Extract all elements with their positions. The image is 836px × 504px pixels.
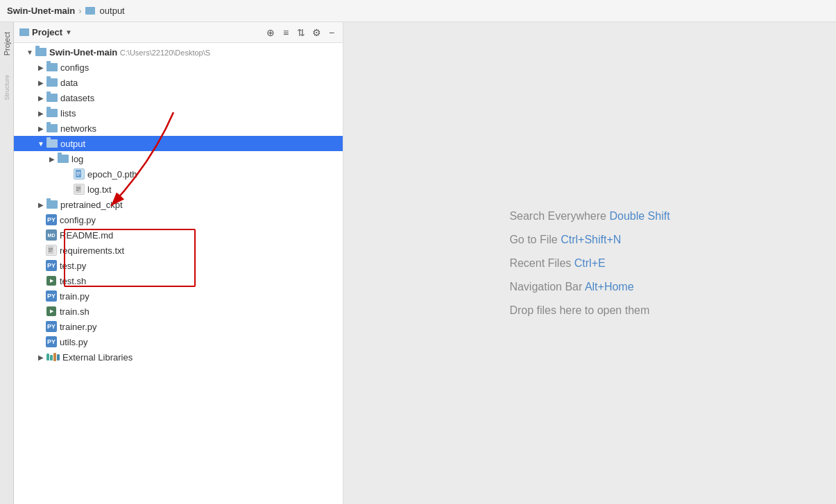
- tree-item-test-sh[interactable]: test.sh: [14, 273, 343, 288]
- root-chevron: ▼: [25, 47, 35, 57]
- output-label: output: [60, 139, 85, 149]
- tree-item-utils-py[interactable]: PY utils.py: [14, 334, 343, 349]
- readme-md-icon: MD: [46, 229, 57, 241]
- tree-item-data[interactable]: ▶ data: [14, 75, 343, 90]
- train-sh-label: train.sh: [60, 306, 89, 317]
- tree-item-output[interactable]: ▼ output: [14, 136, 343, 151]
- shortcut-drop: Drop files here to open them: [509, 304, 669, 317]
- extlib-chevron: ▶: [36, 352, 46, 362]
- log-txt-label: log.txt: [87, 184, 112, 195]
- svg-rect-10: [49, 250, 53, 250]
- tree-item-train-sh[interactable]: train.sh: [14, 304, 343, 319]
- train-py-label: train.py: [60, 291, 89, 302]
- epoch-pth-icon: [74, 168, 85, 180]
- svg-rect-1: [76, 172, 80, 173]
- tree-item-train-py[interactable]: PY train.py: [14, 288, 343, 304]
- config-py-label: config.py: [60, 215, 96, 225]
- recent-label: Recent Files: [509, 257, 571, 269]
- tab-project[interactable]: Project: [1, 29, 12, 58]
- breadcrumb-separator: ›: [78, 6, 81, 16]
- extlib-label: External Libraries: [62, 352, 133, 363]
- navbar-key: Alt+Home: [585, 281, 634, 293]
- epoch-pth-label: epoch_0.pth: [87, 169, 137, 180]
- tree-item-datasets[interactable]: ▶ datasets: [14, 90, 343, 105]
- utils-py-label: utils.py: [60, 337, 87, 347]
- log-txt-icon: [74, 184, 85, 195]
- configs-folder-icon: [46, 63, 58, 71]
- test-py-icon: PY: [46, 260, 57, 271]
- tree-item-config-py[interactable]: PY config.py: [14, 212, 343, 227]
- recent-key: Ctrl+E: [574, 257, 606, 269]
- output-folder-icon: [46, 139, 58, 148]
- trainer-py-label: trainer.py: [60, 322, 96, 332]
- data-chevron: ▶: [36, 78, 46, 87]
- utils-py-icon: PY: [46, 336, 57, 347]
- data-label: data: [60, 78, 78, 88]
- root-label: Swin-Unet-main C:\Users\22120\Desktop\S: [49, 47, 210, 58]
- search-key: Double Shift: [609, 210, 669, 222]
- header-icons: ⊕ ≡ ⇅ ⚙ −: [265, 27, 337, 38]
- tree-item-pretrained[interactable]: ▶ pretrained_ckpt: [14, 197, 343, 212]
- sidebar-dropdown-arrow[interactable]: ▼: [65, 28, 72, 36]
- main-area: Project Structure Project ▼ ⊕ ≡ ⇅ ⚙ − ▼: [0, 22, 836, 504]
- train-sh-icon: [46, 306, 57, 316]
- tree-item-configs[interactable]: ▶ configs: [14, 60, 343, 75]
- log-chevron: ▶: [47, 154, 57, 164]
- shortcut-search: Search Everywhere Double Shift: [509, 210, 669, 223]
- tree-item-trainer-py[interactable]: PY trainer.py: [14, 319, 343, 334]
- configs-label: configs: [60, 62, 89, 73]
- tree-item-test-py[interactable]: PY test.py: [14, 258, 343, 273]
- collapse-icon[interactable]: ≡: [280, 27, 291, 38]
- shortcut-goto-file: Go to File Ctrl+Shift+N: [509, 234, 669, 246]
- datasets-folder-icon: [46, 94, 58, 102]
- pretrained-label: pretrained_ckpt: [60, 200, 123, 210]
- hide-icon[interactable]: −: [326, 27, 337, 38]
- settings-icon[interactable]: ⚙: [311, 27, 322, 38]
- tree-view: ▼ Swin-Unet-main C:\Users\22120\Desktop\…: [14, 43, 343, 504]
- expand-icon[interactable]: ⇅: [296, 27, 307, 38]
- svg-rect-7: [76, 190, 79, 191]
- tree-item-readme[interactable]: MD README.md: [14, 227, 343, 243]
- requirements-txt-icon: [46, 245, 57, 256]
- tree-item-root[interactable]: ▼ Swin-Unet-main C:\Users\22120\Desktop\…: [14, 44, 343, 60]
- data-folder-icon: [46, 78, 58, 87]
- svg-rect-11: [49, 251, 51, 252]
- shortcut-navbar: Navigation Bar Alt+Home: [509, 281, 669, 293]
- tab-structure[interactable]: Structure: [2, 72, 12, 103]
- tree-item-log-txt[interactable]: log.txt: [14, 182, 343, 197]
- lists-label: lists: [60, 108, 76, 119]
- test-sh-icon: [46, 276, 57, 286]
- tree-item-epoch-pth[interactable]: epoch_0.pth: [14, 166, 343, 182]
- test-py-label: test.py: [60, 261, 86, 271]
- sidebar-header: Project ▼ ⊕ ≡ ⇅ ⚙ −: [14, 22, 343, 43]
- shortcut-hints: Search Everywhere Double Shift Go to Fil…: [509, 210, 669, 317]
- tree-item-requirements[interactable]: requirements.txt: [14, 243, 343, 258]
- shortcut-recent: Recent Files Ctrl+E: [509, 257, 669, 270]
- datasets-chevron: ▶: [36, 93, 46, 103]
- goto-key: Ctrl+Shift+N: [561, 234, 621, 245]
- sync-icon[interactable]: ⊕: [265, 27, 276, 38]
- tree-item-log[interactable]: ▶ log: [14, 151, 343, 166]
- lists-folder-icon: [46, 109, 58, 117]
- networks-label: networks: [60, 123, 96, 134]
- breadcrumb-folder: output: [100, 6, 125, 16]
- tree-item-networks[interactable]: ▶ networks: [14, 121, 343, 136]
- svg-rect-9: [49, 248, 53, 249]
- readme-label: README.md: [60, 230, 113, 241]
- tree-item-external-libs[interactable]: ▶ External Libraries: [14, 349, 343, 365]
- svg-rect-3: [76, 175, 79, 175]
- svg-rect-6: [76, 189, 80, 189]
- pretrained-chevron: ▶: [36, 200, 46, 209]
- log-label: log: [71, 154, 83, 164]
- sidebar-title-label: Project: [32, 27, 62, 37]
- log-folder-icon: [58, 155, 69, 163]
- datasets-label: datasets: [60, 93, 94, 103]
- sidebar: Project ▼ ⊕ ≡ ⇅ ⚙ − ▼ Swin-Unet-main C:\…: [14, 22, 343, 504]
- drop-label: Drop files here to open them: [509, 304, 649, 316]
- networks-chevron: ▶: [36, 123, 46, 133]
- svg-rect-2: [76, 173, 80, 174]
- trainer-py-icon: PY: [46, 321, 57, 332]
- train-py-icon: PY: [46, 290, 57, 302]
- tree-item-lists[interactable]: ▶ lists: [14, 105, 343, 121]
- pretrained-folder-icon: [46, 200, 58, 209]
